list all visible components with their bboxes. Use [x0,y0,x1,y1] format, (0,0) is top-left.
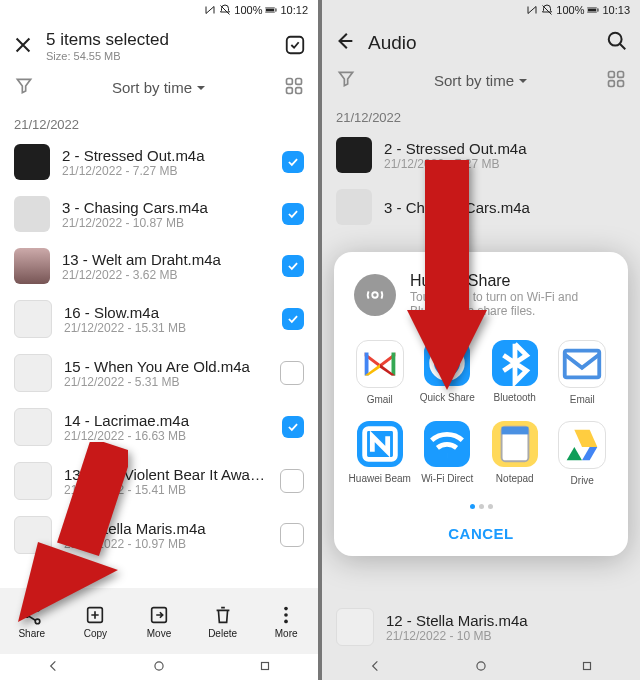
svg-rect-4 [287,79,293,85]
file-meta: 21/12/2022 - 15.31 MB [64,321,270,335]
view-grid-icon[interactable] [284,76,304,99]
audio-thumbnail [336,189,372,225]
file-name: 14 - Lacrimae.m4a [64,412,270,429]
nav-back-icon[interactable] [368,659,382,676]
share-sheet: Huawei Share Touch here to turn on Wi-Fi… [334,252,628,556]
move-label: Move [147,628,171,639]
share-app-wifi[interactable]: Wi-Fi Direct [416,421,480,486]
audio-thumbnail [336,137,372,173]
bluetooth-icon [492,340,538,386]
move-button[interactable]: Move [129,604,189,639]
share-app-nfc[interactable]: Huawei Beam [348,421,412,486]
app-label: Bluetooth [494,392,536,403]
audio-thumbnail [14,354,52,392]
right-pane: 100% 10:13 Audio Sort by time 21/12/2022… [322,0,640,680]
select-all-button[interactable] [284,34,306,59]
audio-thumbnail [14,462,52,500]
list-item[interactable]: 13 - The Violent Bear It Away.m4a21/12/2… [0,454,318,508]
bottom-action-bar: Share Copy Move Delete More [0,588,318,654]
file-meta: 21/12/2022 - 16.63 MB [64,429,270,443]
cancel-button[interactable]: CANCEL [348,515,614,546]
app-label: Quick Share [420,392,475,403]
svg-point-15 [284,619,288,623]
share-label: Share [18,628,45,639]
checkbox[interactable] [280,361,304,385]
delete-button[interactable]: Delete [193,604,253,639]
list-item[interactable]: 12 - Stella Maris.m4a 21/12/2022 - 10 MB [322,600,640,654]
gmail-icon [356,340,404,388]
sort-dropdown[interactable]: Sort by time [42,79,276,96]
wifi-icon [424,421,470,467]
battery-icon [265,4,277,16]
svg-point-14 [284,613,288,617]
file-list: 2 - Stressed Out.m4a21/12/2022 - 7.27 MB… [0,136,318,562]
svg-rect-24 [609,72,615,78]
list-item[interactable]: 2 - Stressed Out.m4a21/12/2022 - 7.27 MB [0,136,318,188]
file-meta: 21/12/2022 - 7.27 MB [62,164,270,178]
share-app-email[interactable]: Email [551,340,615,405]
checkbox[interactable] [282,255,304,277]
share-app-gmail[interactable]: Gmail [348,340,412,405]
checkbox[interactable] [282,308,304,330]
copy-button[interactable]: Copy [65,604,125,639]
svg-rect-3 [287,36,304,53]
share-app-bluetooth[interactable]: Bluetooth [483,340,547,405]
selection-header: 5 items selected Size: 54.55 MB [0,20,318,70]
nav-recent-icon[interactable] [580,659,594,676]
date-group-label: 21/12/2022 [0,109,318,136]
view-grid-icon[interactable] [606,69,626,92]
checkbox[interactable] [280,523,304,547]
list-item[interactable]: 13 - Welt am Draht.m4a21/12/2022 - 3.62 … [0,240,318,292]
list-item[interactable]: 14 - Lacrimae.m4a21/12/2022 - 16.63 MB [0,400,318,454]
checkbox[interactable] [282,151,304,173]
svg-rect-7 [296,88,302,94]
checkbox[interactable] [282,203,304,225]
sort-row: Sort by time [0,70,318,109]
file-name: 15 - When You Are Old.m4a [64,358,268,375]
svg-rect-26 [609,81,615,87]
page-header: Audio [322,20,640,63]
back-icon[interactable] [334,30,356,55]
file-name: 16 - Slow.m4a [64,304,270,321]
share-app-notepad[interactable]: Notepad [483,421,547,486]
list-item[interactable]: 3 - Chasing Cars.m4a [322,181,640,233]
search-icon[interactable] [606,30,628,55]
battery-icon [587,4,599,16]
share-app-quickshare[interactable]: Quick Share [416,340,480,405]
nfc-icon [204,4,216,16]
file-meta: 21/12/2022 - 5.31 MB [64,375,268,389]
svg-point-29 [432,348,463,379]
page-indicator [348,504,614,509]
close-icon[interactable] [12,34,34,59]
filter-icon[interactable] [14,76,34,99]
list-item[interactable]: 2 - Stressed Out.m4a21/12/2022 - 7.27 MB [322,129,640,181]
chevron-down-icon [518,76,528,86]
list-item[interactable]: 3 - Chasing Cars.m4a21/12/2022 - 10.87 M… [0,188,318,240]
file-name: 13 - The Violent Bear It Away.m4a [64,466,268,483]
sort-label-text: Sort by time [112,79,192,96]
chevron-down-icon [196,83,206,93]
share-app-drive[interactable]: Drive [551,421,615,486]
nav-home-icon[interactable] [474,659,488,676]
nav-back-icon[interactable] [46,659,60,676]
filter-icon[interactable] [336,69,356,92]
file-name: 3 - Chasing Cars.m4a [62,199,270,216]
svg-point-16 [155,661,163,669]
list-item[interactable]: 16 - Slow.m4a21/12/2022 - 15.31 MB [0,292,318,346]
nav-recent-icon[interactable] [258,659,272,676]
checkbox[interactable] [280,469,304,493]
nav-home-icon[interactable] [152,659,166,676]
list-item[interactable]: 15 - When You Are Old.m4a21/12/2022 - 5.… [0,346,318,400]
checkbox[interactable] [282,416,304,438]
more-button[interactable]: More [256,604,316,639]
audio-thumbnail [14,196,50,232]
huawei-share-icon [354,274,396,316]
app-label: Gmail [367,394,393,405]
svg-rect-17 [262,662,269,669]
sort-dropdown[interactable]: Sort by time [364,72,598,89]
share-button[interactable]: Share [2,604,62,639]
notepad-icon [492,421,538,467]
svg-rect-5 [296,79,302,85]
list-item[interactable]: 12 - Stella Maris.m4a21/12/2022 - 10.97 … [0,508,318,562]
huawei-share-row[interactable]: Huawei Share Touch here to turn on Wi-Fi… [348,272,614,332]
